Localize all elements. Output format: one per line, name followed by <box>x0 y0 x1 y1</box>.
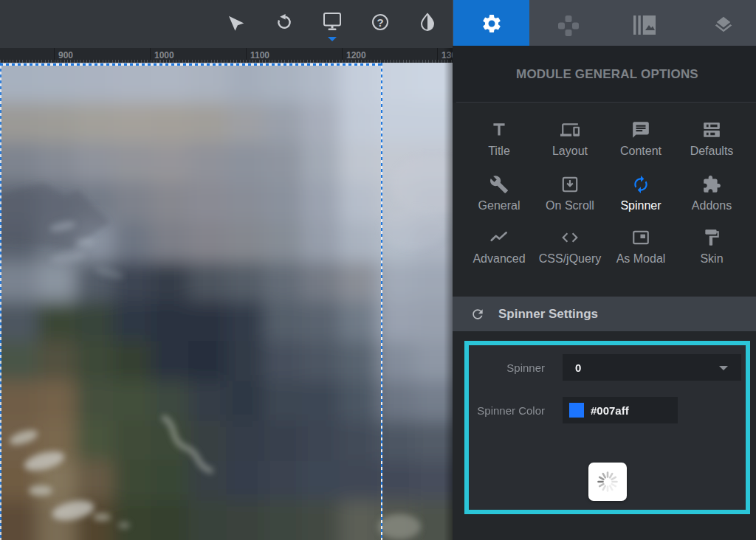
svg-text:?: ? <box>377 16 383 29</box>
